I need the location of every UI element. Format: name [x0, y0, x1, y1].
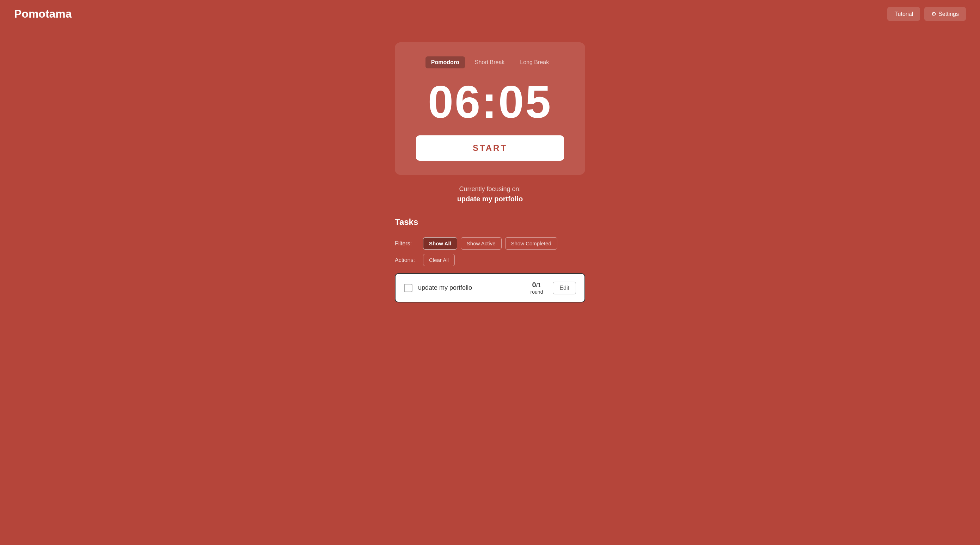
app-title: Pomotama [14, 7, 72, 21]
start-button[interactable]: START [416, 135, 564, 161]
clear-all-button[interactable]: Clear All [423, 254, 455, 266]
task-item: update my portfolio 0/1 round Edit [395, 273, 585, 302]
task-checkbox[interactable] [404, 284, 412, 292]
gear-icon [931, 11, 936, 17]
actions-label: Actions: [395, 257, 420, 263]
tasks-divider [395, 230, 585, 230]
filter-show-all[interactable]: Show All [423, 237, 457, 249]
focus-label: Currently focusing on: [457, 186, 523, 193]
tutorial-button[interactable]: Tutorial [887, 7, 920, 21]
focus-task: update my portfolio [457, 195, 523, 203]
header-actions: Tutorial Settings [887, 7, 966, 21]
tasks-heading: Tasks [395, 217, 585, 227]
app-header: Pomotama Tutorial Settings [0, 0, 980, 28]
timer-card: Pomodoro Short Break Long Break 06:05 ST… [395, 42, 585, 175]
filter-show-completed[interactable]: Show Completed [505, 237, 557, 249]
timer-tabs: Pomodoro Short Break Long Break [416, 56, 564, 68]
task-edit-button[interactable]: Edit [553, 282, 576, 294]
filters-label: Filters: [395, 240, 420, 247]
tab-long-break[interactable]: Long Break [514, 56, 555, 68]
task-rounds-label: round [531, 289, 543, 295]
settings-button[interactable]: Settings [924, 7, 966, 21]
task-title: update my portfolio [418, 284, 525, 292]
filters-row: Filters: Show All Show Active Show Compl… [395, 237, 585, 249]
filter-show-active[interactable]: Show Active [461, 237, 502, 249]
timer-display: 06:05 [416, 79, 564, 125]
main-content: Pomodoro Short Break Long Break 06:05 ST… [0, 28, 980, 316]
focus-section: Currently focusing on: update my portfol… [457, 186, 523, 203]
settings-label: Settings [939, 11, 959, 17]
task-rounds-done: 0 [532, 281, 536, 289]
tab-pomodoro[interactable]: Pomodoro [425, 56, 465, 68]
tab-short-break[interactable]: Short Break [469, 56, 510, 68]
task-rounds: 0/1 round [531, 281, 543, 295]
tasks-section: Tasks Filters: Show All Show Active Show… [395, 217, 585, 302]
actions-row: Actions: Clear All [395, 254, 585, 266]
